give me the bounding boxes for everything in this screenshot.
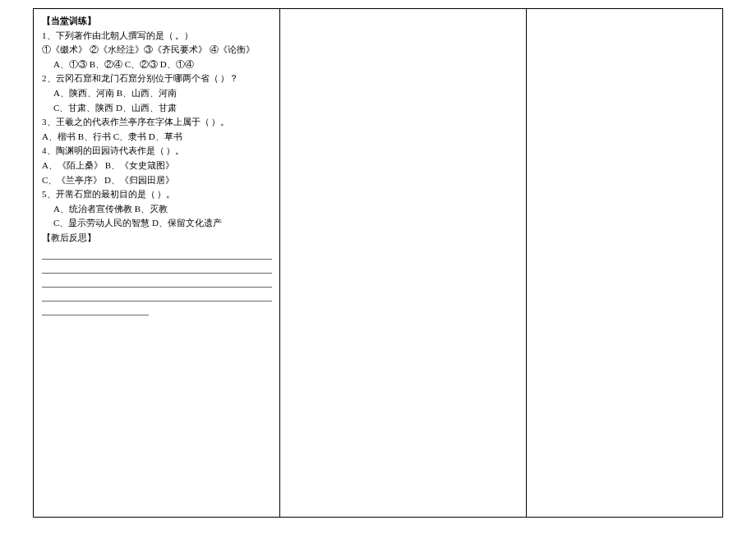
blank-line-5: [42, 304, 149, 315]
q5-line2: C、显示劳动人民的智慧 D、保留文化遗产: [42, 216, 271, 231]
blank-line-4: [42, 290, 272, 302]
worksheet-container: 【当堂训练】 1、下列著作由北朝人撰写的是（ 。） ①《缀术》 ②《水经注》③《…: [33, 8, 723, 518]
q2-line2: C、甘肃、陕西 D、山西、甘肃: [42, 101, 271, 116]
column-3: [527, 9, 722, 517]
q3-line1: A、楷书 B、行书 C、隶书 D、草书: [42, 130, 271, 145]
q4-line1: A、《陌上桑》 B、《女史箴图》: [42, 159, 271, 173]
blank-line-2: [42, 262, 272, 274]
q2-stem: 2、云冈石窟和龙门石窟分别位于哪两个省（ ）？: [42, 71, 271, 86]
q4-line2: C、《兰亭序》 D、《归园田居》: [42, 173, 271, 188]
column-1: 【当堂训练】 1、下列著作由北朝人撰写的是（ 。） ①《缀术》 ②《水经注》③《…: [34, 9, 280, 517]
blank-line-1: [42, 248, 272, 260]
q5-stem: 5、开凿石窟的最初目的是（ ）。: [42, 187, 271, 202]
q1-choices: A、①③ B、②④ C、②③ D、①④: [42, 58, 271, 72]
reflection-title: 【教后反思】: [42, 231, 271, 246]
q5-line1: A、统治者宣传佛教 B、灭教: [42, 202, 271, 217]
q4-stem: 4、陶渊明的田园诗代表作是（ ）。: [42, 144, 271, 159]
q1-stem: 1、下列著作由北朝人撰写的是（ 。）: [42, 29, 271, 44]
column-2: [280, 9, 527, 517]
q2-line1: A、陕西、河南 B、山西、河南: [42, 86, 271, 101]
training-title: 【当堂训练】: [42, 14, 271, 29]
q1-options: ①《缀术》 ②《水经注》③《齐民要术》 ④《论衡》: [42, 43, 271, 58]
q3-stem: 3、王羲之的代表作兰亭序在字体上属于（ ）。: [42, 115, 271, 130]
blank-line-3: [42, 276, 272, 288]
